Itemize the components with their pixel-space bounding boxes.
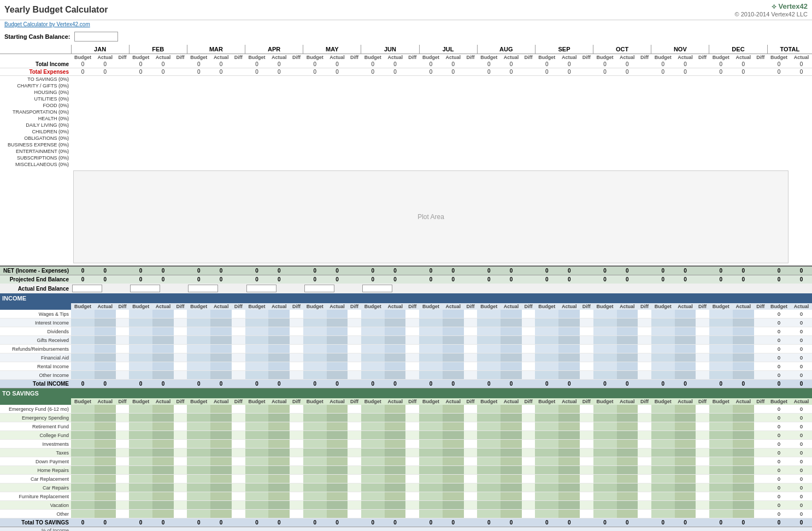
list-item: CHARITY / GIFTS (0%) xyxy=(0,82,812,89)
list-item: Wages & Tips00 xyxy=(0,310,812,318)
vertex-branding: ⟡ Vertex42 © 2010-2014 Vertex42 LLC xyxy=(735,2,808,17)
savings-pct-label: % of Income xyxy=(0,527,71,532)
list-item: DAILY LIVING (0%) xyxy=(0,122,812,128)
net-row: NET (Income - Expenses) 00 00 00 00 00 0… xyxy=(0,266,812,275)
apr-header: APR xyxy=(245,45,303,54)
actual-end-may[interactable] xyxy=(304,285,334,292)
label-sub xyxy=(0,54,71,61)
list-item: Car Repairs00 xyxy=(0,483,812,492)
dec-actual-header: Actual xyxy=(733,54,754,61)
jul-header: JUL xyxy=(419,45,477,54)
sub-header-row: Budget Actual Diff Budget Actual Diff Bu… xyxy=(0,54,812,61)
projected-row: Projected End Balance 00 00 00 00 00 00 … xyxy=(0,275,812,284)
actual-end-label: Actual End Balance xyxy=(0,284,71,293)
total-income-row: Total Income 00 00 00 00 00 00 00 00 00 … xyxy=(0,61,812,68)
list-item: TO SAVINGS (0%) xyxy=(0,76,812,83)
plot-area: Plot Area xyxy=(73,170,789,263)
list-item: Down Payment00 xyxy=(0,457,812,466)
aug-header: AUG xyxy=(477,45,535,54)
starting-cash-input[interactable] xyxy=(74,32,118,42)
apr-actual-header: Actual xyxy=(268,54,290,61)
header: Yearly Budget Calculator ⟡ Vertex42 © 20… xyxy=(0,0,812,20)
list-item: Home Repairs00 xyxy=(0,466,812,475)
aug-budget-header: Budget xyxy=(477,54,501,61)
total-actual-header: Actual xyxy=(791,54,812,61)
starting-cash-row: Starting Cash Balance: xyxy=(0,28,812,45)
actual-end-apr[interactable] xyxy=(246,285,276,292)
list-item: Dividends00 xyxy=(0,327,812,336)
actual-end-feb[interactable] xyxy=(130,285,160,292)
actual-end-mar[interactable] xyxy=(188,285,218,292)
list-item: TRANSPORTATION (0%) xyxy=(0,109,812,115)
jan-diff-header: Diff xyxy=(116,54,130,61)
list-item: Refunds/Reimbursements00 xyxy=(0,345,812,353)
savings-sub-header-row: BudgetActualDiff BudgetActualDiff Budget… xyxy=(0,398,812,405)
actual-end-jun[interactable] xyxy=(362,285,392,292)
savings-section-header-row: TO SAVINGS xyxy=(0,388,812,399)
copyright: © 2010-2014 Vertex42 LLC xyxy=(735,11,808,17)
feb-actual-header: Actual xyxy=(152,54,174,61)
total-expenses-row: Total Expenses 00 00 00 00 00 00 00 00 0… xyxy=(0,68,812,76)
list-item: College Fund00 xyxy=(0,431,812,440)
nov-actual-header: Actual xyxy=(675,54,696,61)
dec-budget-header: Budget xyxy=(709,54,733,61)
list-item: Investments00 xyxy=(0,440,812,449)
sep-diff-header: Diff xyxy=(580,54,593,61)
income-total-row: Total INCOME 00 00 00 00 00 00 00 00 00 … xyxy=(0,380,812,388)
income-total-label: Total INCOME xyxy=(0,380,71,388)
list-item: CHILDREN (0%) xyxy=(0,128,812,135)
actual-end-jan[interactable] xyxy=(72,285,102,292)
jul-actual-header: Actual xyxy=(443,54,464,61)
sep-actual-header: Actual xyxy=(558,54,580,61)
total-expenses-label: Total Expenses xyxy=(0,68,71,76)
list-item: Interest Income00 xyxy=(0,318,812,327)
list-item: UTILITIES (0%) xyxy=(0,96,812,102)
label-header xyxy=(0,45,71,54)
list-item: BUSINESS EXPENSE (0%) xyxy=(0,141,812,148)
net-label: NET (Income - Expenses) xyxy=(0,266,71,275)
actual-end-row: Actual End Balance xyxy=(0,284,812,293)
apr-diff-header: Diff xyxy=(290,54,303,61)
list-item: Emergency Fund (6-12 mo)00 xyxy=(0,405,812,414)
income-section-header-row: INCOME xyxy=(0,293,812,303)
vertex-logo: ⟡ Vertex42 xyxy=(735,2,808,11)
mar-header: MAR xyxy=(187,45,245,54)
plot-area-row: Plot Area xyxy=(0,168,812,266)
apr-budget-header: Budget xyxy=(245,54,269,61)
aug-diff-header: Diff xyxy=(522,54,536,61)
starting-cash-label: Starting Cash Balance: xyxy=(4,33,70,40)
vertex-icon: ⟡ xyxy=(772,2,779,10)
aug-actual-header: Actual xyxy=(501,54,522,61)
list-item: Vacation00 xyxy=(0,501,812,510)
oct-diff-header: Diff xyxy=(638,54,651,61)
income-sub-header-row: BudgetActualDiff BudgetActualDiff Budget… xyxy=(0,303,812,310)
sep-header: SEP xyxy=(535,45,593,54)
jun-budget-header: Budget xyxy=(361,54,385,61)
budget-table: JAN FEB MAR APR MAY JUN JUL AUG SEP OCT … xyxy=(0,45,812,531)
list-item: Car Replacement00 xyxy=(0,475,812,483)
sep-budget-header: Budget xyxy=(535,54,558,61)
oct-actual-header: Actual xyxy=(617,54,638,61)
savings-total-label: Total TO SAVINGS xyxy=(0,518,71,527)
feb-header: FEB xyxy=(129,45,187,54)
total-income-label: Total Income xyxy=(0,61,71,68)
list-item: Taxes00 xyxy=(0,449,812,457)
oct-header: OCT xyxy=(593,45,651,54)
jan-header: JAN xyxy=(71,45,129,54)
jun-header: JUN xyxy=(361,45,419,54)
subheader: Budget Calculator by Vertex42.com xyxy=(0,20,812,28)
feb-diff-header: Diff xyxy=(174,54,187,61)
vertex-link[interactable]: Budget Calculator by Vertex42.com xyxy=(4,21,90,27)
jul-budget-header: Budget xyxy=(419,54,443,61)
list-item: SUBSCRIPTIONS (0%) xyxy=(0,155,812,161)
savings-section-header: TO SAVINGS xyxy=(0,388,812,399)
list-item: Other00 xyxy=(0,510,812,518)
dec-header: DEC xyxy=(709,45,767,54)
mar-actual-header: Actual xyxy=(210,54,232,61)
oct-budget-header: Budget xyxy=(593,54,617,61)
list-item: FOOD (0%) xyxy=(0,102,812,109)
may-header: MAY xyxy=(303,45,361,54)
income-section-header: INCOME xyxy=(0,293,812,303)
jan-actual-header: Actual xyxy=(95,54,116,61)
list-item: ENTERTAINMENT (0%) xyxy=(0,148,812,155)
